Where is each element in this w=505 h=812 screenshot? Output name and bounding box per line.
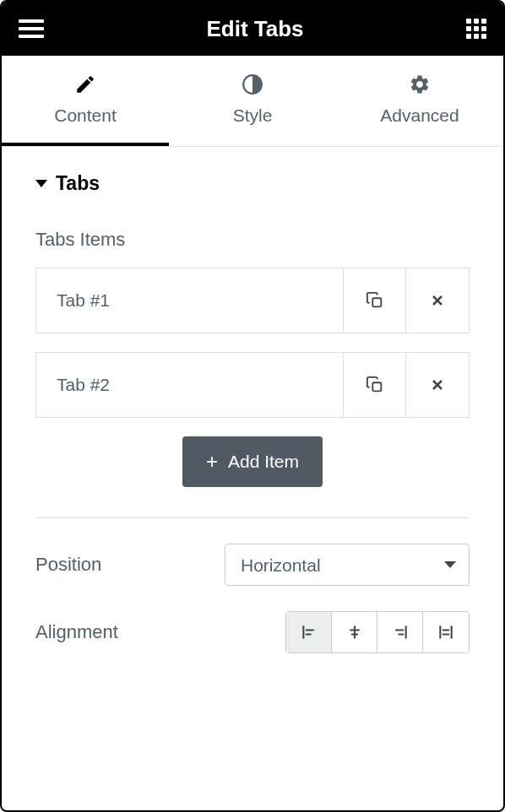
position-select-wrapper: Horizontal bbox=[225, 544, 470, 586]
delete-button[interactable] bbox=[406, 268, 469, 333]
position-select[interactable]: Horizontal bbox=[225, 544, 470, 586]
delete-button[interactable] bbox=[406, 353, 469, 417]
tab-advanced[interactable]: Advanced bbox=[336, 56, 503, 146]
align-justify-button[interactable] bbox=[423, 612, 469, 652]
tabs-nav: Content Style Advanced bbox=[2, 56, 503, 147]
header-title: Edit Tabs bbox=[44, 16, 466, 42]
gear-icon bbox=[409, 73, 431, 95]
tab-label: Content bbox=[54, 106, 117, 126]
section-title: Tabs bbox=[56, 172, 100, 195]
align-left-icon bbox=[301, 624, 318, 641]
alignment-label: Alignment bbox=[35, 621, 118, 643]
duplicate-button[interactable] bbox=[344, 353, 406, 417]
close-icon bbox=[429, 376, 446, 393]
panel-content: Tabs Tabs Items Tab #1 Tab #2 bbox=[2, 147, 503, 704]
plus-icon: + bbox=[206, 450, 218, 474]
align-right-button[interactable] bbox=[377, 612, 423, 652]
alignment-button-group bbox=[285, 611, 470, 653]
apps-icon[interactable] bbox=[466, 19, 486, 39]
tab-item-name: Tab #2 bbox=[36, 353, 344, 417]
tab-list-item[interactable]: Tab #2 bbox=[35, 352, 470, 418]
tab-item-name: Tab #1 bbox=[36, 268, 344, 333]
align-justify-icon bbox=[437, 624, 454, 641]
divider bbox=[35, 517, 470, 518]
caret-down-icon bbox=[35, 180, 47, 187]
tab-content[interactable]: Content bbox=[2, 56, 169, 146]
align-center-icon bbox=[346, 624, 363, 641]
copy-icon bbox=[366, 291, 384, 310]
section-header[interactable]: Tabs bbox=[35, 172, 470, 195]
copy-icon bbox=[366, 376, 384, 394]
header: Edit Tabs bbox=[2, 2, 503, 56]
position-control: Position Horizontal bbox=[35, 544, 470, 586]
half-circle-icon bbox=[242, 73, 263, 95]
align-center-button[interactable] bbox=[332, 612, 377, 652]
add-item-label: Add Item bbox=[228, 452, 299, 472]
add-item-button[interactable]: + Add Item bbox=[182, 436, 323, 487]
svg-rect-4 bbox=[372, 382, 381, 391]
tab-style[interactable]: Style bbox=[169, 56, 336, 146]
tabs-items-label: Tabs Items bbox=[35, 229, 470, 251]
tab-list-item[interactable]: Tab #1 bbox=[35, 268, 470, 333]
align-left-button[interactable] bbox=[286, 612, 332, 652]
align-right-icon bbox=[392, 624, 409, 641]
menu-icon[interactable] bbox=[19, 19, 44, 38]
alignment-control: Alignment bbox=[35, 611, 470, 653]
position-label: Position bbox=[35, 554, 101, 576]
tab-label: Advanced bbox=[380, 106, 459, 126]
duplicate-button[interactable] bbox=[344, 268, 406, 333]
tab-label: Style bbox=[233, 106, 273, 126]
svg-rect-1 bbox=[372, 298, 381, 306]
close-icon bbox=[429, 292, 446, 309]
pencil-icon bbox=[74, 73, 96, 95]
